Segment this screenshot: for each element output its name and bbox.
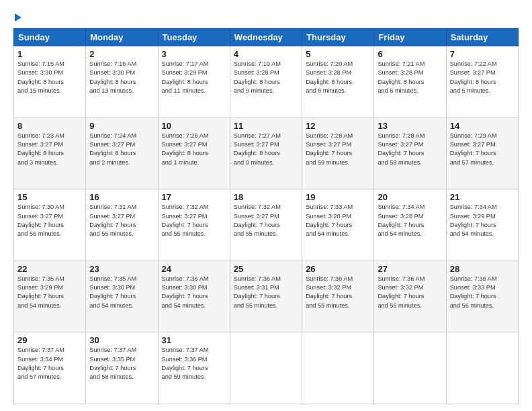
calendar-cell: 28Sunrise: 7:36 AMSunset: 3:33 PMDayligh… [446, 261, 518, 332]
day-of-week-header: Monday [86, 29, 158, 46]
day-number: 25 [234, 264, 298, 274]
day-info: Sunrise: 7:28 AMSunset: 3:27 PMDaylight:… [378, 132, 425, 166]
calendar-cell [374, 332, 446, 404]
calendar-cell: 11Sunrise: 7:27 AMSunset: 3:27 PMDayligh… [230, 118, 302, 189]
calendar-cell: 2Sunrise: 7:16 AMSunset: 3:30 PMDaylight… [86, 46, 158, 118]
day-info: Sunrise: 7:29 AMSunset: 3:27 PMDaylight:… [450, 132, 497, 166]
day-number: 29 [17, 335, 82, 345]
day-number: 18 [234, 192, 298, 202]
calendar-cell: 7Sunrise: 7:22 AMSunset: 3:27 PMDaylight… [446, 46, 518, 118]
day-info: Sunrise: 7:34 AMSunset: 3:29 PMDaylight:… [450, 203, 497, 237]
day-number: 20 [378, 192, 442, 202]
calendar-cell: 31Sunrise: 7:37 AMSunset: 3:36 PMDayligh… [158, 332, 230, 404]
day-info: Sunrise: 7:32 AMSunset: 3:27 PMDaylight:… [234, 203, 281, 237]
day-number: 8 [17, 121, 82, 131]
day-number: 11 [234, 121, 298, 131]
day-number: 15 [17, 192, 82, 202]
day-info: Sunrise: 7:36 AMSunset: 3:32 PMDaylight:… [378, 275, 425, 309]
calendar-cell: 21Sunrise: 7:34 AMSunset: 3:29 PMDayligh… [446, 189, 518, 261]
day-info: Sunrise: 7:36 AMSunset: 3:32 PMDaylight:… [306, 275, 353, 309]
day-info: Sunrise: 7:36 AMSunset: 3:30 PMDaylight:… [162, 275, 209, 309]
day-info: Sunrise: 7:37 AMSunset: 3:35 PMDaylight:… [89, 347, 136, 380]
calendar-cell: 8Sunrise: 7:23 AMSunset: 3:27 PMDaylight… [14, 118, 86, 189]
calendar-week-row: 22Sunrise: 7:35 AMSunset: 3:29 PMDayligh… [14, 261, 519, 332]
calendar-week-row: 29Sunrise: 7:37 AMSunset: 3:34 PMDayligh… [14, 332, 519, 404]
day-number: 4 [234, 49, 298, 59]
calendar-cell: 30Sunrise: 7:37 AMSunset: 3:35 PMDayligh… [86, 332, 158, 404]
day-number: 5 [306, 49, 370, 59]
calendar-cell [230, 332, 302, 404]
day-number: 14 [450, 121, 515, 131]
day-info: Sunrise: 7:35 AMSunset: 3:29 PMDaylight:… [17, 275, 64, 309]
day-number: 24 [162, 264, 226, 274]
day-info: Sunrise: 7:32 AMSunset: 3:27 PMDaylight:… [162, 203, 209, 237]
calendar-cell: 19Sunrise: 7:33 AMSunset: 3:28 PMDayligh… [302, 189, 374, 261]
day-of-week-header: Wednesday [230, 29, 302, 46]
calendar-cell: 1Sunrise: 7:15 AMSunset: 3:30 PMDaylight… [14, 46, 86, 118]
calendar-cell: 22Sunrise: 7:35 AMSunset: 3:29 PMDayligh… [14, 261, 86, 332]
calendar-cell: 14Sunrise: 7:29 AMSunset: 3:27 PMDayligh… [446, 118, 518, 189]
calendar-cell: 25Sunrise: 7:36 AMSunset: 3:31 PMDayligh… [230, 261, 302, 332]
calendar-cell: 24Sunrise: 7:36 AMSunset: 3:30 PMDayligh… [158, 261, 230, 332]
day-of-week-header: Friday [374, 29, 446, 46]
header [13, 12, 519, 21]
logo-arrow-icon [15, 13, 21, 21]
day-number: 22 [17, 264, 82, 274]
day-info: Sunrise: 7:37 AMSunset: 3:34 PMDaylight:… [17, 347, 64, 380]
day-info: Sunrise: 7:23 AMSunset: 3:27 PMDaylight:… [17, 132, 64, 166]
day-info: Sunrise: 7:36 AMSunset: 3:33 PMDaylight:… [450, 275, 497, 309]
calendar-cell: 9Sunrise: 7:24 AMSunset: 3:27 PMDaylight… [86, 118, 158, 189]
day-number: 7 [450, 49, 515, 59]
day-number: 28 [450, 264, 515, 274]
calendar-cell: 6Sunrise: 7:21 AMSunset: 3:28 PMDaylight… [374, 46, 446, 118]
day-info: Sunrise: 7:36 AMSunset: 3:31 PMDaylight:… [234, 275, 281, 309]
calendar-cell: 27Sunrise: 7:36 AMSunset: 3:32 PMDayligh… [374, 261, 446, 332]
day-number: 31 [162, 335, 226, 345]
day-number: 1 [17, 49, 82, 59]
day-number: 19 [306, 192, 370, 202]
calendar-cell: 13Sunrise: 7:28 AMSunset: 3:27 PMDayligh… [374, 118, 446, 189]
page: SundayMondayTuesdayWednesdayThursdayFrid… [0, 0, 532, 411]
calendar-cell: 18Sunrise: 7:32 AMSunset: 3:27 PMDayligh… [230, 189, 302, 261]
calendar-week-row: 15Sunrise: 7:30 AMSunset: 3:27 PMDayligh… [14, 189, 519, 261]
day-info: Sunrise: 7:28 AMSunset: 3:27 PMDaylight:… [306, 132, 353, 166]
day-info: Sunrise: 7:35 AMSunset: 3:30 PMDaylight:… [89, 275, 136, 309]
calendar-cell: 29Sunrise: 7:37 AMSunset: 3:34 PMDayligh… [14, 332, 86, 404]
calendar-week-row: 1Sunrise: 7:15 AMSunset: 3:30 PMDaylight… [14, 46, 519, 118]
day-info: Sunrise: 7:33 AMSunset: 3:28 PMDaylight:… [306, 203, 353, 237]
day-number: 3 [162, 49, 226, 59]
calendar-cell: 20Sunrise: 7:34 AMSunset: 3:28 PMDayligh… [374, 189, 446, 261]
calendar-cell: 15Sunrise: 7:30 AMSunset: 3:27 PMDayligh… [14, 189, 86, 261]
day-number: 6 [378, 49, 442, 59]
day-number: 27 [378, 264, 442, 274]
day-number: 16 [89, 192, 154, 202]
day-info: Sunrise: 7:22 AMSunset: 3:27 PMDaylight:… [450, 60, 497, 94]
calendar-cell: 16Sunrise: 7:31 AMSunset: 3:27 PMDayligh… [86, 189, 158, 261]
calendar-body: 1Sunrise: 7:15 AMSunset: 3:30 PMDaylight… [14, 46, 519, 404]
day-number: 2 [89, 49, 154, 59]
calendar-cell: 5Sunrise: 7:20 AMSunset: 3:28 PMDaylight… [302, 46, 374, 118]
calendar-cell: 26Sunrise: 7:36 AMSunset: 3:32 PMDayligh… [302, 261, 374, 332]
calendar: SundayMondayTuesdayWednesdayThursdayFrid… [13, 28, 519, 404]
day-number: 12 [306, 121, 370, 131]
day-info: Sunrise: 7:30 AMSunset: 3:27 PMDaylight:… [17, 203, 64, 237]
day-info: Sunrise: 7:21 AMSunset: 3:28 PMDaylight:… [378, 60, 425, 94]
day-of-week-header: Saturday [446, 29, 518, 46]
calendar-cell: 23Sunrise: 7:35 AMSunset: 3:30 PMDayligh… [86, 261, 158, 332]
day-of-week-row: SundayMondayTuesdayWednesdayThursdayFrid… [14, 29, 519, 46]
day-info: Sunrise: 7:27 AMSunset: 3:27 PMDaylight:… [234, 132, 281, 166]
calendar-cell: 4Sunrise: 7:19 AMSunset: 3:28 PMDaylight… [230, 46, 302, 118]
day-info: Sunrise: 7:34 AMSunset: 3:28 PMDaylight:… [378, 203, 425, 237]
day-info: Sunrise: 7:17 AMSunset: 3:29 PMDaylight:… [162, 60, 209, 94]
day-number: 30 [89, 335, 154, 345]
day-info: Sunrise: 7:31 AMSunset: 3:27 PMDaylight:… [89, 203, 136, 237]
day-number: 23 [89, 264, 154, 274]
logo [13, 12, 21, 21]
day-info: Sunrise: 7:24 AMSunset: 3:27 PMDaylight:… [89, 132, 136, 166]
day-info: Sunrise: 7:16 AMSunset: 3:30 PMDaylight:… [89, 60, 136, 94]
calendar-cell [302, 332, 374, 404]
day-number: 10 [162, 121, 226, 131]
calendar-week-row: 8Sunrise: 7:23 AMSunset: 3:27 PMDaylight… [14, 118, 519, 189]
calendar-cell [446, 332, 518, 404]
day-number: 9 [89, 121, 154, 131]
